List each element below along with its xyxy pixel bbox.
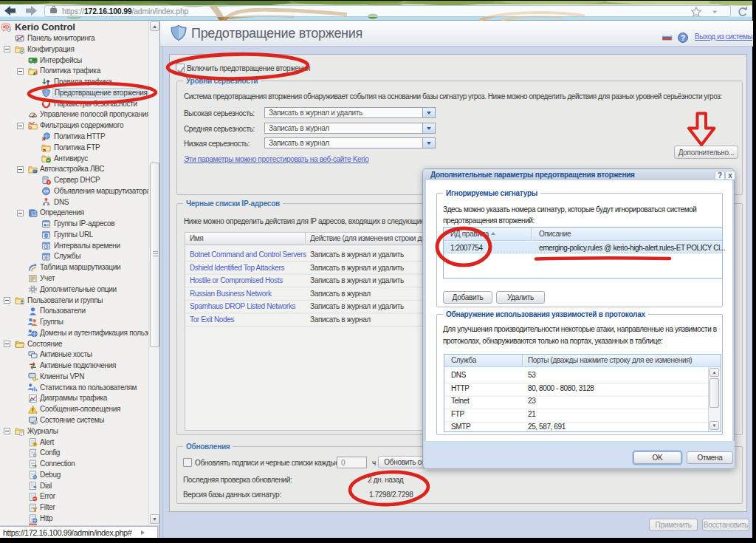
svg-text:?: ?: [681, 34, 685, 42]
